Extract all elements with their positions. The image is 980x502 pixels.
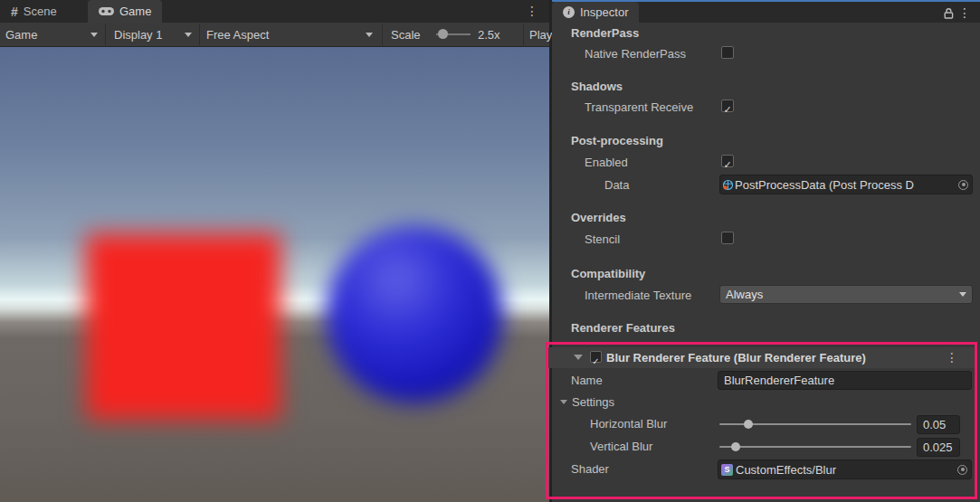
checkmark-icon: ✓ (723, 159, 731, 170)
play-label: Play (529, 28, 552, 42)
feature-title: Blur Renderer Feature (Blur Renderer Fea… (606, 351, 866, 365)
feature-name-label: Name (571, 374, 603, 387)
stencil-checkbox[interactable] (721, 232, 734, 244)
pp-enabled-checkbox[interactable]: ✓ (721, 155, 734, 167)
inspector-tabbar: i Inspector ⋮ (552, 2, 980, 23)
gamepad-icon (99, 6, 114, 16)
scene-grid-icon: # (11, 5, 18, 19)
feature-header-row[interactable]: ✓ Blur Renderer Feature (Blur Renderer F… (548, 347, 976, 368)
toolbar-divider (382, 24, 383, 45)
toolbar-divider (199, 24, 200, 45)
horizontal-blur-value: 0.05 (923, 418, 946, 431)
game-tabbar: # Scene Game ⋮ (0, 0, 549, 23)
tab-inspector-label: Inspector (580, 5, 628, 19)
vertical-blur-value: 0.025 (923, 440, 953, 454)
tab-scene-label: Scene (24, 5, 57, 18)
horizontal-blur-value-field[interactable]: 0.05 (917, 415, 960, 434)
feature-menu-kebab-icon[interactable]: ⋮ (946, 351, 958, 364)
scale-label: Scale (391, 28, 421, 42)
unity-editor: # Scene Game ⋮ Game Display 1 Free Aspec… (0, 0, 980, 502)
intermediate-texture-value: Always (726, 288, 763, 301)
section-header-overrides: Overrides (571, 211, 626, 224)
target-display-dropdown[interactable]: Game (5, 23, 37, 46)
section-header-shadows: Shadows (571, 80, 623, 93)
toolbar-divider (105, 24, 106, 45)
stencil-label: Stencil (585, 232, 620, 246)
vertical-blur-label: Vertical Blur (590, 440, 652, 453)
chevron-down-icon (185, 33, 192, 37)
vertical-blur-value-field[interactable]: 0.025 (917, 438, 960, 457)
tab-game-label: Game (119, 5, 151, 18)
toolbar-divider (523, 24, 524, 45)
game-panel: # Scene Game ⋮ Game Display 1 Free Aspec… (0, 0, 549, 502)
chevron-down-icon (90, 33, 98, 37)
chevron-down-icon (366, 33, 373, 37)
pp-data-object-field[interactable]: PostProcessData (Post Process D (719, 175, 973, 194)
settings-foldout-arrow-icon[interactable] (560, 400, 567, 404)
scale-control: Scale 2.5x (391, 23, 421, 46)
shader-value: CustomEffects/Blur (736, 463, 953, 477)
tab-inspector[interactable]: i Inspector (552, 2, 639, 23)
transparent-receive-label: Transparent Receive (585, 100, 722, 114)
display-dropdown[interactable]: Display 1 (114, 23, 162, 46)
game-toolbar: Game Display 1 Free Aspect Scale 2.5x (0, 23, 549, 47)
checkmark-icon: ✓ (723, 104, 731, 115)
pp-data-label: Data (604, 178, 629, 192)
blurred-blue-sphere (326, 226, 503, 403)
vertical-blur-slider-handle[interactable] (731, 442, 740, 451)
display-label: Display 1 (114, 28, 162, 42)
inspector-panel: i Inspector ⋮ RenderPass Native RenderPa… (552, 0, 980, 502)
shader-label: Shader (571, 462, 609, 476)
blurred-red-cube (86, 233, 281, 420)
shader-icon: S (721, 464, 733, 476)
section-header-renderer-features: Renderer Features (571, 321, 675, 335)
feature-name-value: BlurRendererFeature (718, 374, 834, 387)
aspect-dropdown[interactable]: Free Aspect (206, 23, 269, 46)
foldout-arrow-icon[interactable] (574, 355, 583, 360)
section-header-postprocessing: Post-processing (571, 134, 663, 147)
settings-label[interactable]: Settings (572, 395, 614, 409)
inspector-menu-kebab-icon[interactable]: ⋮ (958, 6, 971, 19)
feature-enabled-checkbox[interactable]: ✓ (590, 351, 602, 363)
horizontal-blur-slider-handle[interactable] (744, 420, 753, 429)
pp-data-value: PostProcessData (Post Process D (735, 178, 956, 192)
object-picker-icon[interactable] (957, 465, 967, 475)
vertical-blur-slider-track[interactable] (719, 446, 911, 448)
checkmark-icon: ✓ (592, 356, 599, 366)
game-menu-kebab-icon[interactable]: ⋮ (526, 5, 538, 17)
intermediate-texture-dropdown[interactable]: Always (719, 285, 973, 304)
feature-name-field[interactable]: BlurRendererFeature (718, 371, 972, 390)
section-header-renderpass: RenderPass (571, 26, 639, 40)
chevron-down-icon (959, 292, 966, 297)
aspect-label: Free Aspect (206, 28, 269, 42)
intermediate-texture-label: Intermediate Texture (585, 289, 720, 302)
native-renderpass-checkbox[interactable] (721, 46, 734, 59)
section-header-compatibility: Compatibility (571, 267, 645, 280)
play-focused-toggle[interactable]: Play (529, 23, 552, 46)
game-viewport (0, 47, 549, 502)
native-renderpass-label: Native RenderPass (585, 47, 686, 61)
scale-value: 2.5x (478, 28, 500, 42)
pp-enabled-label: Enabled (585, 156, 628, 169)
shader-object-field[interactable]: S CustomEffects/Blur (718, 459, 972, 479)
target-display-label: Game (5, 28, 37, 42)
tab-scene[interactable]: # Scene (0, 0, 68, 23)
object-picker-icon[interactable] (958, 180, 968, 190)
scale-slider-handle[interactable] (438, 29, 448, 39)
scriptable-object-icon (722, 179, 734, 191)
tab-game[interactable]: Game (88, 0, 162, 23)
horizontal-blur-label: Horizontal Blur (590, 417, 667, 431)
lock-open-icon[interactable] (943, 7, 955, 20)
info-icon: i (563, 6, 575, 18)
transparent-receive-checkbox[interactable]: ✓ (721, 99, 734, 112)
